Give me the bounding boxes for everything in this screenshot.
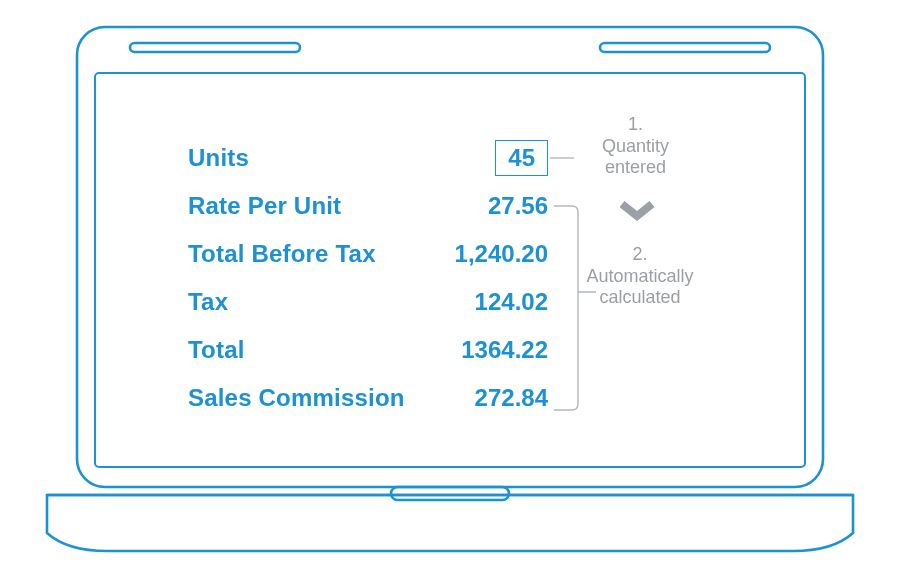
annotation-1-l1: Quantity [568,136,703,158]
annotation-2-l1: Automatically [550,266,730,288]
annotation-quantity-entered: 1. Quantity entered [568,114,703,179]
annotation-1-num: 1. [568,114,703,136]
svg-rect-5 [391,487,509,500]
annotation-auto-calculated: 2. Automatically calculated [550,244,730,309]
chevron-down-icon [620,200,654,228]
annotation-2-l2: calculated [550,287,730,309]
svg-rect-2 [130,43,300,52]
svg-rect-3 [600,43,770,52]
annotation-2-num: 2. [550,244,730,266]
screen-content: Units 45 Rate Per Unit 27.56 Total Befor… [80,120,820,460]
annotation-1-l2: entered [568,157,703,179]
